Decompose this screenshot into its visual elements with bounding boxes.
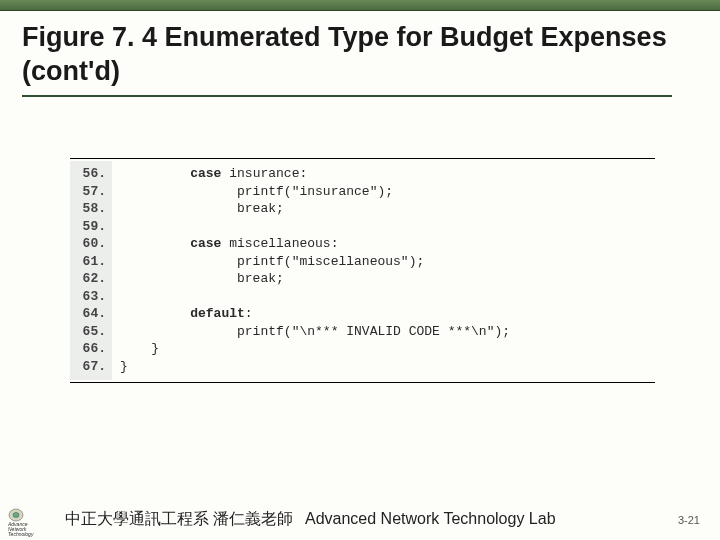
slide-footer: Advance Network Technology 中正大學通訊工程系 潘仁義… xyxy=(0,500,720,540)
footer-logo: Advance Network Technology xyxy=(8,508,46,534)
line-number-gutter: 56.57.58.59.60.61.62.63.64.65.66.67. xyxy=(70,161,112,380)
page-number: 3-21 xyxy=(678,514,700,526)
svg-point-1 xyxy=(13,513,19,518)
footer-logo-text: Advance Network Technology xyxy=(8,521,33,537)
code-figure: 56.57.58.59.60.61.62.63.64.65.66.67. cas… xyxy=(70,158,655,383)
footer-en: Advanced Network Technology Lab xyxy=(305,510,556,527)
slide-top-accent xyxy=(0,0,720,11)
code-listing: case insurance: printf("insurance"); bre… xyxy=(112,161,518,380)
code-top-rule xyxy=(70,158,655,159)
code-bottom-rule xyxy=(70,382,655,383)
title-underline xyxy=(22,95,672,97)
footer-zh: 中正大學通訊工程系 潘仁義老師 xyxy=(65,510,293,527)
footer-text: 中正大學通訊工程系 潘仁義老師 Advanced Network Technol… xyxy=(65,509,556,530)
slide-title: Figure 7. 4 Enumerated Type for Budget E… xyxy=(0,11,720,95)
